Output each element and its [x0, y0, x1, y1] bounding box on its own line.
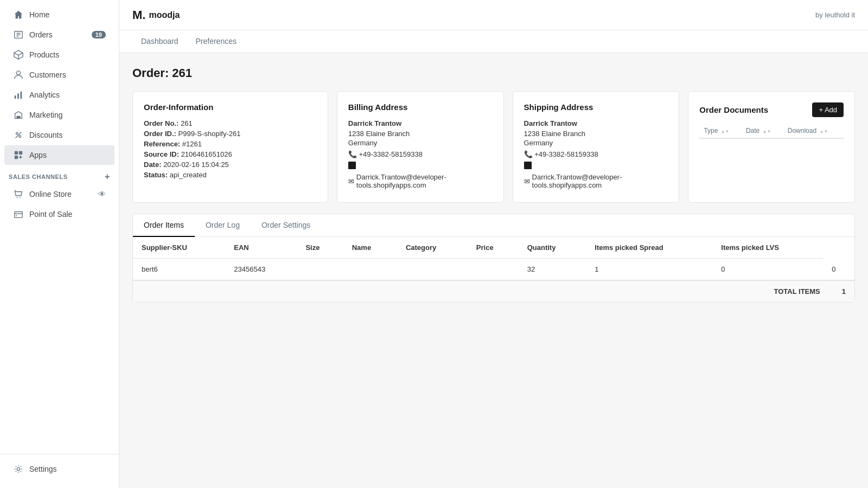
sidebar-item-orders[interactable]: Orders 19 — [4, 25, 114, 44]
sidebar-item-online-store[interactable]: Online Store 👁 — [4, 184, 114, 204]
products-icon — [13, 49, 24, 60]
billing-phone: +49-3382-58159338 — [359, 150, 422, 158]
svg-point-18 — [20, 197, 21, 198]
marketing-icon — [13, 110, 24, 120]
shipping-icon-block — [524, 162, 668, 171]
sidebar-nav: Home Orders 19 Products Customers — [0, 0, 119, 454]
shipping-street: 1238 Elaine Branch — [524, 130, 668, 138]
order-documents-card: Order Documents + Add Type ▲▼ Date ▲▼ — [688, 91, 855, 203]
shipping-phone-row: 📞 +49-3382-58159338 — [524, 150, 668, 158]
table-header-row: Supplier-SKU EAN Size Name Category Pric… — [133, 237, 854, 259]
billing-phone-row: 📞 +49-3382-58159338 — [348, 150, 493, 158]
tab-dashboard[interactable]: Dashboard — [132, 30, 187, 53]
order-ref-row: Reference: #1261 — [144, 140, 317, 148]
billing-country: Germany — [348, 139, 493, 147]
col-supplier-sku: Supplier-SKU — [133, 237, 225, 259]
billing-title: Billing Address — [348, 102, 493, 112]
orders-icon — [13, 29, 24, 40]
brand-letter: M. — [132, 8, 145, 22]
billing-email-row: ✉ Darrick.Trantow@developer-tools.shopif… — [348, 173, 493, 189]
add-channel-icon[interactable]: + — [105, 172, 110, 182]
sidebar-label-products: Products — [29, 50, 106, 59]
col-size: Size — [297, 237, 343, 259]
order-date-row: Date: 2020-02-16 15:04:25 — [144, 160, 317, 169]
topbar: M. moodja by leuthold it — [119, 0, 868, 30]
sidebar-label-apps: Apps — [29, 151, 106, 159]
docs-col-download: Download ▲▼ — [783, 124, 844, 138]
sidebar-label-settings: Settings — [29, 465, 106, 473]
online-store-icon — [13, 189, 24, 200]
docs-title: Order Documents — [699, 105, 768, 114]
sidebar-item-discounts[interactable]: Discounts — [4, 125, 114, 145]
billing-icon-block — [348, 162, 493, 171]
sidebar-label-customers: Customers — [29, 70, 106, 79]
billing-name: Darrick Trantow — [348, 119, 493, 127]
order-section-tabs: Order Items Order Log Order Settings Sup… — [132, 214, 855, 303]
total-value: 1 — [842, 287, 846, 296]
type-sort-icon[interactable]: ▲▼ — [721, 130, 730, 134]
orders-badge: 19 — [92, 31, 106, 38]
order-info-title: Order-Information — [144, 102, 317, 112]
svg-point-12 — [19, 136, 21, 138]
sidebar-item-marketing[interactable]: Marketing — [4, 105, 114, 125]
total-row: TOTAL ITEMS 1 — [133, 280, 854, 302]
brand-name: moodja — [149, 10, 180, 20]
sidebar-item-point-of-sale[interactable]: Point of Sale — [4, 204, 114, 224]
settings-icon — [13, 464, 24, 474]
svg-line-6 — [18, 53, 23, 55]
content-area: Order: 261 Order-Information Order No.: … — [119, 53, 868, 488]
billing-email: Darrick.Trantow@developer-tools.shopifya… — [356, 173, 493, 189]
sidebar-item-products[interactable]: Products — [4, 45, 114, 65]
svg-rect-8 — [15, 95, 16, 99]
svg-rect-15 — [19, 151, 22, 155]
page-title: Order: 261 — [132, 66, 855, 80]
shipping-address-card: Shipping Address Darrick Trantow 1238 El… — [513, 91, 680, 203]
tab-preferences[interactable]: Preferences — [187, 30, 245, 53]
order-date-value: 2020-02-16 15:04:25 — [163, 160, 229, 169]
online-store-eye-icon[interactable]: 👁 — [98, 190, 106, 198]
order-ref-label: Reference: — [144, 140, 180, 148]
email-icon: ✉ — [348, 177, 354, 185]
phone-icon: 📞 — [348, 150, 357, 158]
total-label: TOTAL ITEMS — [774, 287, 820, 296]
order-date-label: Date: — [144, 160, 162, 169]
billing-street: 1238 Elaine Branch — [348, 130, 493, 138]
table-row: bert62345654332100 — [133, 259, 854, 280]
col-items-picked-lvs: Items picked LVS — [712, 237, 823, 259]
sidebar: Home Orders 19 Products Customers — [0, 0, 119, 488]
sidebar-item-customers[interactable]: Customers — [4, 65, 114, 85]
order-source-label: Source ID: — [144, 150, 179, 158]
col-name: Name — [343, 237, 397, 259]
sidebar-item-settings[interactable]: Settings — [4, 459, 114, 479]
col-items-picked-spread: Items picked Spread — [586, 237, 712, 259]
svg-point-7 — [16, 71, 20, 75]
add-document-button[interactable]: + Add — [812, 102, 844, 117]
svg-rect-10 — [21, 92, 22, 99]
order-no-value: 261 — [181, 119, 193, 127]
tab-order-items[interactable]: Order Items — [133, 214, 195, 237]
sales-channels-label: SALES CHANNELS — [9, 174, 68, 180]
sidebar-item-home[interactable]: Home — [4, 5, 114, 24]
sidebar-item-apps[interactable]: Apps — [4, 145, 114, 165]
order-ref-value: #1261 — [182, 140, 202, 148]
sidebar-label-home: Home — [29, 10, 106, 19]
col-price: Price — [468, 237, 519, 259]
svg-point-11 — [16, 133, 18, 135]
tab-order-log[interactable]: Order Log — [195, 214, 251, 237]
date-sort-icon[interactable]: ▲▼ — [763, 130, 771, 134]
sidebar-item-analytics[interactable]: Analytics — [4, 85, 114, 105]
svg-point-17 — [16, 197, 17, 198]
order-status-row: Status: api_created — [144, 171, 317, 179]
sidebar-label-marketing: Marketing — [29, 111, 106, 119]
download-sort-icon[interactable]: ▲▼ — [819, 130, 828, 134]
order-source-row: Source ID: 2106461651026 — [144, 150, 317, 158]
section-tabs-header: Order Items Order Log Order Settings — [133, 214, 854, 237]
shipping-app-icon — [524, 162, 532, 169]
sidebar-label-online-store: Online Store — [29, 190, 98, 198]
sidebar-label-analytics: Analytics — [29, 91, 106, 99]
sidebar-label-pos: Point of Sale — [29, 210, 106, 219]
tab-order-settings[interactable]: Order Settings — [251, 214, 321, 237]
shipping-name: Darrick Trantow — [524, 119, 668, 127]
sidebar-bottom: Settings — [0, 454, 119, 488]
billing-address-card: Billing Address Darrick Trantow 1238 Ela… — [337, 91, 504, 203]
